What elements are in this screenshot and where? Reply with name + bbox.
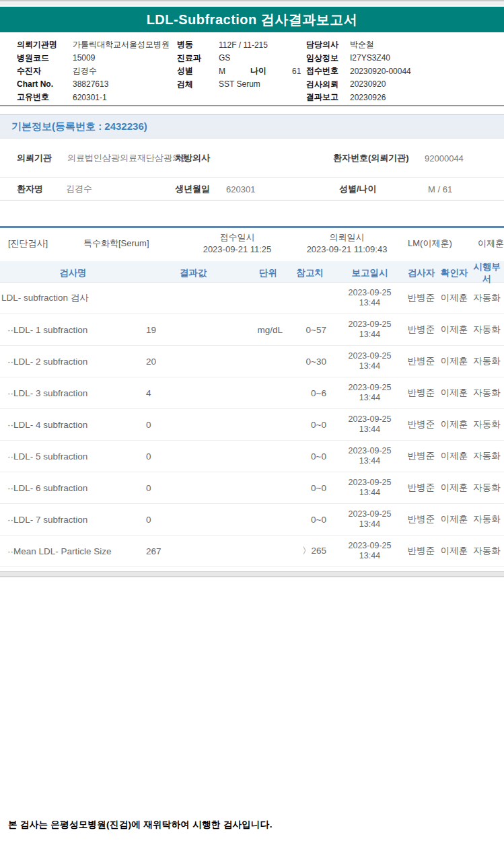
age-label: 나이 <box>250 65 292 77</box>
result-tester: 반병준 <box>404 418 439 431</box>
meta-label: 담당의사 <box>306 39 350 50</box>
result-verifier: 이제훈 <box>439 324 470 336</box>
result-department: 자동화 <box>470 324 504 336</box>
result-reported: 2023-09-25 13:44 <box>326 446 404 466</box>
meta-label: 의뢰기관명 <box>17 39 73 50</box>
result-reported: 2023-09-25 13:44 <box>326 383 404 403</box>
result-verifier: 이제훈 <box>439 450 470 462</box>
result-verifier: 이제훈 <box>439 513 470 525</box>
result-department: 자동화 <box>470 387 504 399</box>
meta-column-left: 의뢰기관명 가톨릭대학교서울성모병원 병원코드 15009 수진자 김경수 Ch… <box>17 38 170 104</box>
result-verifier: 이제훈 <box>439 545 470 557</box>
meta-column-right: 담당의사 박순철 임상정보 I27YS3Z40 접수번호 20230920-00… <box>306 38 411 104</box>
results-table-header: 검사명 결과값 단위 참고치 보고일시 검사자 확인자 시행부서 <box>0 261 504 283</box>
result-tester: 반병준 <box>404 545 439 557</box>
section-divider <box>0 105 504 106</box>
report-title: LDL-Subfraction 검사결과보고서 <box>147 11 358 29</box>
result-reference: 0~0 <box>283 483 326 493</box>
meta-label: 병원코드 <box>17 52 73 64</box>
header-department: 시행부서 <box>470 261 504 285</box>
meta-label: 진료과 <box>177 52 219 64</box>
sex-age-label: 성별/나이 <box>339 183 377 195</box>
result-report-time: 13:44 <box>336 519 404 529</box>
lab-section: LM(이제훈) <box>408 237 452 250</box>
result-reference: 0~6 <box>283 388 326 398</box>
result-department: 자동화 <box>470 355 504 367</box>
basic-info-row-2: 환자명 김경수 생년월일 620301 성별/나이 M / 61 <box>0 178 504 200</box>
result-report-time: 13:44 <box>336 298 404 308</box>
result-row: LDL- subfraction 검사 2023-09-25 13:44 반병준… <box>0 283 504 314</box>
meta-row: 검체 SST Serum <box>177 78 301 91</box>
result-value: 267 <box>146 546 220 556</box>
result-department: 자동화 <box>470 292 504 304</box>
result-reference: 0~0 <box>283 515 326 525</box>
meta-row: 병원코드 15009 <box>17 52 170 65</box>
age-value: 61 <box>292 67 301 76</box>
result-test-name: ··LDL- 2 subfraction <box>0 357 146 367</box>
result-verifier: 이제훈 <box>439 387 470 399</box>
result-department: 자동화 <box>470 513 504 525</box>
result-reported: 2023-09-25 13:44 <box>326 351 404 371</box>
meta-value: GS <box>219 53 230 63</box>
meta-value: 박순철 <box>350 39 374 50</box>
header-tester: 검사자 <box>404 267 439 279</box>
result-test-name: ··LDL- 1 subfraction <box>0 325 146 335</box>
result-unit: mg/dL <box>220 325 283 335</box>
result-reported: 2023-09-25 13:44 <box>326 414 404 435</box>
meta-row-gender-age: 성별 M 나이 61 <box>177 65 301 78</box>
result-report-date: 2023-09-25 <box>336 288 404 298</box>
result-department: 자동화 <box>470 482 504 494</box>
meta-label: 병동 <box>177 39 219 50</box>
table-bottom-scrollbar[interactable] <box>0 571 504 577</box>
meta-label: 검체 <box>177 79 219 90</box>
top-window-strip <box>0 0 504 5</box>
receipt-datetime-block: 접수일시 2023-09-21 11:25 <box>188 231 286 256</box>
result-reported: 2023-09-25 13:44 <box>326 320 404 340</box>
result-row: ··LDL- 7 subfraction 0 0~0 2023-09-25 13… <box>0 504 504 536</box>
requesting-org-value: 의료법인삼광의료재단삼광의원 <box>67 152 155 164</box>
meta-label: 접수번호 <box>306 65 350 77</box>
result-row: ··LDL- 3 subfraction 4 0~6 2023-09-25 13… <box>0 377 504 409</box>
result-verifier: 이제훈 <box>439 292 470 304</box>
header-reported: 보고일시 <box>326 267 404 279</box>
result-row: ··LDL- 6 subfraction 0 0~0 2023-09-25 13… <box>0 472 504 504</box>
result-report-time: 13:44 <box>336 488 404 498</box>
birthdate-value: 620301 <box>226 184 255 194</box>
report-title-bar: LDL-Subfraction 검사결과보고서 <box>0 7 504 32</box>
result-department: 자동화 <box>470 450 504 462</box>
result-report-date: 2023-09-25 <box>336 383 404 393</box>
result-tester: 반병준 <box>404 450 439 462</box>
ldl-report-page: LDL-Subfraction 검사결과보고서 의뢰기관명 가톨릭대학교서울성모… <box>0 0 504 845</box>
result-verifier: 이제훈 <box>439 418 470 431</box>
meta-value: 20230920-00044 <box>350 67 411 76</box>
result-reported: 2023-09-25 13:44 <box>326 509 404 529</box>
basic-info-section-header: 기본정보(등록번호 : 2432236) <box>0 114 504 139</box>
result-test-name: ··LDL- 3 subfraction <box>0 388 146 398</box>
birthdate-label: 생년월일 <box>175 183 210 195</box>
meta-value: SST Serum <box>219 79 260 89</box>
result-row: ··LDL- 4 subfraction 0 0~0 2023-09-25 13… <box>0 409 504 441</box>
result-tester: 반병준 <box>404 355 439 367</box>
order-category: [진단검사] <box>8 237 48 250</box>
request-datetime-value: 2023-09-21 11:09:43 <box>288 244 406 256</box>
result-report-time: 13:44 <box>336 393 404 403</box>
result-department: 자동화 <box>470 418 504 431</box>
meta-row: 진료과 GS <box>177 52 301 65</box>
request-datetime-label: 의뢰일시 <box>288 231 406 244</box>
meta-label: 고유번호 <box>17 91 73 103</box>
meta-value: 김경수 <box>73 65 97 77</box>
header-reference: 참고치 <box>283 267 326 279</box>
meta-value: 20230926 <box>350 93 386 102</box>
request-datetime-block: 의뢰일시 2023-09-21 11:09:43 <box>288 231 406 256</box>
results-rows: LDL- subfraction 검사 2023-09-25 13:44 반병준… <box>0 283 504 567</box>
patient-name-label: 환자명 <box>17 183 43 195</box>
meta-value: 38827613 <box>73 79 108 89</box>
result-value: 0 <box>146 451 220 462</box>
result-test-name: ··LDL- 5 subfraction <box>0 451 146 462</box>
header-meta-block: 의뢰기관명 가톨릭대학교서울성모병원 병원코드 15009 수진자 김경수 Ch… <box>0 38 504 106</box>
result-report-date: 2023-09-25 <box>336 478 404 488</box>
result-row: ··LDL- 5 subfraction 0 0~0 2023-09-25 13… <box>0 441 504 472</box>
result-tester: 반병준 <box>404 482 439 494</box>
meta-label: 성별 <box>177 65 219 77</box>
result-value: 0 <box>146 515 220 525</box>
